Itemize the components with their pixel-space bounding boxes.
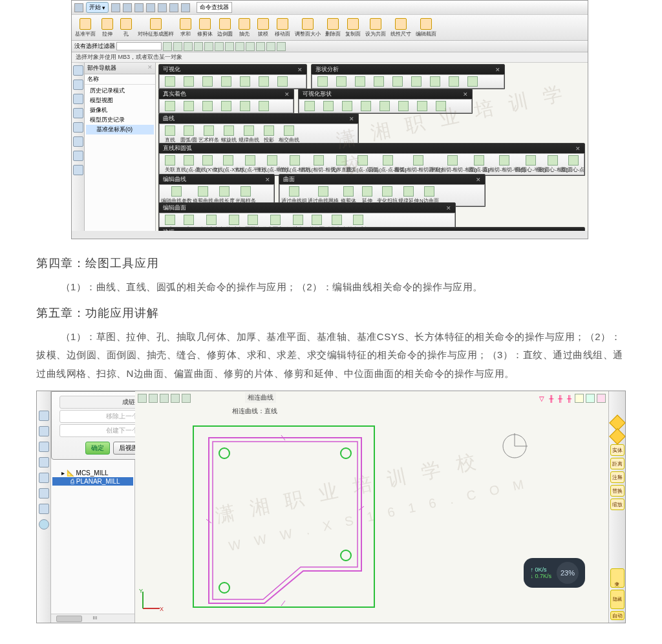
shape-icon[interactable]: [355, 76, 365, 87]
tree-item[interactable]: 模型历史记录: [86, 115, 154, 125]
shape-icon[interactable]: [317, 76, 328, 87]
shape-icon[interactable]: [467, 76, 478, 87]
shape-icon[interactable]: [449, 76, 459, 87]
ribbon-item[interactable]: 复制面: [343, 17, 363, 38]
dock-tab-icon[interactable]: [39, 411, 49, 421]
qat-icon[interactable]: [134, 3, 144, 12]
dock-pill[interactable]: 实体: [610, 444, 625, 456]
scrollbar-thumb[interactable]: [56, 616, 82, 622]
snap-icons[interactable]: ▽ ╫ ╫ ╫: [539, 395, 573, 402]
close-icon[interactable]: ✕: [297, 67, 303, 73]
dock-tab-icon[interactable]: [39, 426, 49, 436]
snap-icon[interactable]: [575, 394, 584, 403]
close-icon[interactable]: ✕: [284, 91, 290, 98]
toolbar-item[interactable]: 通过曲线网格: [308, 186, 339, 204]
qat-icon[interactable]: [181, 3, 190, 12]
horizontal-scrollbar[interactable]: III: [51, 614, 134, 623]
view-icon[interactable]: [171, 394, 180, 403]
dock-pill[interactable]: 中文: [610, 568, 625, 588]
sel-icon[interactable]: [173, 42, 182, 51]
vshape-icon[interactable]: [398, 101, 409, 111]
vshape-icon[interactable]: [304, 101, 315, 111]
toolbar-item[interactable]: 规律延伸: [398, 186, 419, 204]
sel-icon[interactable]: [163, 42, 172, 51]
qat-icon[interactable]: [123, 3, 132, 12]
ribbon-item[interactable]: 基准平面: [73, 17, 98, 38]
sel-icon[interactable]: [256, 42, 265, 51]
tree-item-planar-selected[interactable]: ⎙ PLANAR_MILL: [52, 477, 133, 486]
toolbar-item[interactable]: 投影: [260, 125, 278, 144]
shade-icon[interactable]: [165, 101, 175, 111]
vshape-icon[interactable]: [436, 101, 446, 111]
vshape-icon[interactable]: [323, 101, 334, 111]
vis-icon[interactable]: [184, 76, 194, 87]
vis-icon[interactable]: [259, 76, 269, 87]
vshape-icon[interactable]: [379, 101, 390, 111]
close-icon[interactable]: ✕: [463, 91, 468, 98]
qat-icon[interactable]: [169, 3, 178, 12]
toolbar-item[interactable]: 圆(圆心-点): [564, 155, 582, 173]
dock-tab-icon[interactable]: [73, 108, 83, 118]
dock-pill[interactable]: 替换: [610, 485, 625, 497]
vis-icon[interactable]: [240, 76, 250, 87]
shade-icon[interactable]: [202, 101, 213, 111]
ribbon-item[interactable]: 编辑截面: [414, 17, 438, 38]
view-icon[interactable]: [160, 394, 169, 403]
snap-icon[interactable]: [597, 394, 606, 403]
toolbar-item[interactable]: N边曲面: [420, 186, 439, 204]
ribbon-item[interactable]: 调整面大小: [293, 17, 323, 38]
ribbon-item[interactable]: 删除面: [323, 17, 343, 38]
qat-icon[interactable]: [158, 3, 167, 12]
sel-icon[interactable]: [215, 42, 224, 51]
dock-pill[interactable]: 缩放: [610, 499, 625, 510]
toolbar-item[interactable]: 圆弧(相切-相切-相切): [436, 155, 469, 173]
dock-tab-icon[interactable]: [39, 488, 49, 499]
tree-item[interactable]: 摄像机: [86, 105, 154, 115]
graphics-canvas[interactable]: ▽ ╫ ╫ ╫ 相连曲线 相连曲线：直线 潇 湘 职 业 培 训 学 校 W W…: [135, 391, 608, 623]
tree-item-selected[interactable]: 基准坐标系(0): [86, 125, 154, 134]
shape-icon[interactable]: [430, 76, 440, 87]
dock-tab-icon[interactable]: [39, 504, 49, 514]
toolbar-item[interactable]: 曲线长度: [214, 186, 235, 204]
close-icon[interactable]: ✕: [476, 177, 481, 183]
ribbon-item[interactable]: 抽壳: [235, 17, 253, 38]
nav-close-icon[interactable]: ✕: [147, 64, 153, 72]
view-icon[interactable]: [149, 394, 158, 403]
toolbar-item[interactable]: 编辑曲线参数: [161, 186, 192, 204]
toolbar-item[interactable]: 变化扫掠: [377, 186, 398, 204]
qat-icon[interactable]: [111, 3, 120, 12]
sel-icon[interactable]: [235, 42, 244, 51]
shape-icon[interactable]: [392, 76, 403, 87]
graphics-canvas[interactable]: 可视化✕ 形状分析✕ 真实着色✕ 可视化形状✕ 曲线✕ 直线圆弧/圆艺术样条螺旋…: [156, 63, 588, 231]
vis-icon[interactable]: [221, 76, 231, 87]
tree-item[interactable]: 历史记录模式: [86, 86, 154, 96]
toolbar-item[interactable]: 修剪曲线: [193, 186, 213, 204]
ribbon-item[interactable]: 修剪体: [195, 17, 215, 38]
dock-tab-icon[interactable]: [39, 519, 49, 530]
toolbar-item[interactable]: 规律曲线: [239, 125, 259, 144]
dock-tab-icon[interactable]: [73, 65, 83, 76]
shade-icon[interactable]: [240, 101, 250, 111]
view-icon[interactable]: [138, 394, 147, 403]
dock-tab-icon[interactable]: [39, 442, 49, 452]
close-icon[interactable]: ✕: [575, 230, 581, 231]
dock-tab-icon[interactable]: [73, 94, 83, 104]
dock-tab-icon[interactable]: [73, 122, 83, 133]
shade-icon[interactable]: [221, 101, 231, 111]
sel-icon[interactable]: [204, 42, 213, 51]
toolbar-item[interactable]: 通过曲线组: [281, 186, 307, 204]
ribbon-item[interactable]: 移动面: [273, 17, 292, 38]
toolbar-item[interactable]: 修剪体: [339, 186, 358, 204]
dock-pill[interactable]: 距离: [610, 458, 625, 469]
toolbar-item[interactable]: 相交曲线: [279, 125, 299, 144]
vshape-icon[interactable]: [417, 101, 427, 111]
dock-tab-icon[interactable]: [39, 473, 49, 483]
ribbon-item[interactable]: 线性尺寸: [389, 17, 413, 38]
dock-pill[interactable]: 注释: [610, 471, 625, 483]
toolbar-item[interactable]: 螺旋线: [220, 125, 238, 144]
vshape-icon[interactable]: [342, 101, 352, 111]
toolbar-item[interactable]: 直线: [161, 125, 179, 144]
ribbon-item[interactable]: 拉伸: [98, 17, 116, 38]
sel-icon[interactable]: [246, 42, 255, 51]
vis-icon[interactable]: [165, 76, 175, 87]
